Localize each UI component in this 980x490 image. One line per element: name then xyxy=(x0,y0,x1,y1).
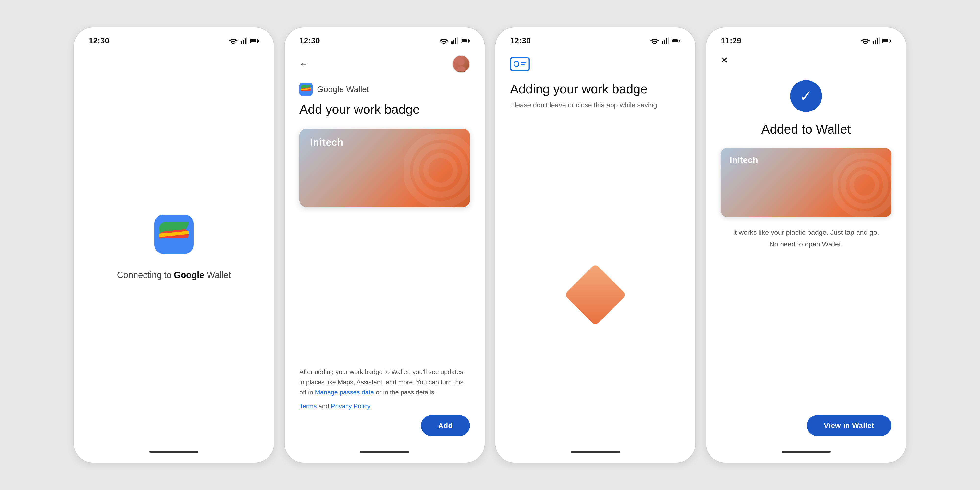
svg-rect-26 xyxy=(668,38,669,45)
added-title: Added to Wallet xyxy=(721,122,891,137)
svg-rect-14 xyxy=(461,40,467,42)
battery-icon-3 xyxy=(672,38,681,43)
svg-rect-8 xyxy=(159,238,189,248)
terms-link[interactable]: Terms xyxy=(299,402,317,410)
signal-icon-2 xyxy=(451,38,458,45)
checkmark-icon: ✓ xyxy=(799,88,813,104)
phone-screen-2: 12:30 ← xyxy=(284,27,485,463)
screen1-content: Connecting to Google Wallet xyxy=(74,48,274,451)
svg-rect-12 xyxy=(457,38,458,45)
add-button[interactable]: Add xyxy=(421,415,470,436)
svg-rect-3 xyxy=(247,38,247,45)
terms-line: Terms and Privacy Policy xyxy=(299,402,470,410)
svg-point-42 xyxy=(843,164,885,206)
badge-card-2: Initech xyxy=(299,129,470,207)
home-bar-3 xyxy=(571,451,620,453)
view-button-row: View in Wallet xyxy=(721,415,891,441)
back-button[interactable]: ← xyxy=(299,59,308,69)
id-card-icon xyxy=(510,55,530,72)
view-in-wallet-button[interactable]: View in Wallet xyxy=(807,415,891,436)
status-time-2: 12:30 xyxy=(299,36,320,45)
phone-screen-3: 12:30 xyxy=(495,27,696,463)
home-bar-2 xyxy=(360,451,409,453)
add-button-row: Add xyxy=(299,415,470,441)
brand-row: Google Wallet xyxy=(299,83,470,96)
wifi-icon-2 xyxy=(439,38,449,45)
success-indicator: ✓ xyxy=(790,80,822,112)
brand-text: Google Wallet xyxy=(317,84,369,94)
svg-point-22 xyxy=(426,156,455,185)
svg-rect-0 xyxy=(240,41,242,45)
svg-point-31 xyxy=(514,62,519,67)
svg-rect-32 xyxy=(521,62,526,63)
badge-card-decoration xyxy=(404,134,470,207)
home-bar-4 xyxy=(781,451,830,453)
disclaimer-text: After adding your work badge to Wallet, … xyxy=(299,367,470,398)
screen2-content: ← Google Wallet Add your work badg xyxy=(285,48,485,451)
svg-rect-5 xyxy=(251,40,256,42)
battery-icon-4 xyxy=(883,38,891,43)
svg-rect-15 xyxy=(469,40,470,41)
phone-screen-4: 11:29 ✕ ✓ Added to Wallet xyxy=(706,27,907,463)
status-bar-1: 12:30 xyxy=(74,27,274,48)
badge-card-4: Initech xyxy=(721,148,891,217)
svg-rect-29 xyxy=(679,40,680,41)
svg-rect-35 xyxy=(875,40,876,45)
svg-point-17 xyxy=(456,67,466,71)
svg-rect-11 xyxy=(455,38,457,45)
status-bar-3: 12:30 xyxy=(495,27,695,48)
added-description: It works like your plastic badge. Just t… xyxy=(721,227,891,250)
wifi-icon xyxy=(229,38,238,45)
svg-rect-19 xyxy=(301,91,311,94)
wallet-logo xyxy=(154,215,194,254)
status-bar-2: 12:30 xyxy=(285,27,485,48)
badge-card-label-2: Initech xyxy=(310,137,344,148)
battery-icon xyxy=(250,38,259,43)
manage-passes-link[interactable]: Manage passes data xyxy=(315,388,374,396)
svg-rect-1 xyxy=(243,40,244,45)
screen3-title: Adding your work badge xyxy=(510,81,648,96)
status-icons-3 xyxy=(650,38,681,45)
svg-rect-9 xyxy=(451,41,452,45)
svg-rect-30 xyxy=(511,57,529,70)
google-wallet-brand-icon xyxy=(299,83,313,96)
status-icons-1 xyxy=(229,38,259,45)
loading-indicator xyxy=(564,263,627,326)
svg-rect-36 xyxy=(877,38,878,45)
badge-card-label-4: Initech xyxy=(730,155,758,165)
connecting-label: Connecting to Google Wallet xyxy=(117,269,231,282)
signal-icon-3 xyxy=(662,38,669,45)
status-time-1: 12:30 xyxy=(89,36,109,45)
status-time-4: 11:29 xyxy=(721,36,741,45)
svg-rect-2 xyxy=(245,38,246,45)
battery-icon-2 xyxy=(461,38,470,43)
signal-icon xyxy=(240,38,247,45)
signal-icon-4 xyxy=(873,38,880,45)
screen2-header: ← xyxy=(299,55,470,73)
home-bar-1 xyxy=(150,451,199,453)
svg-rect-28 xyxy=(672,40,678,42)
svg-rect-37 xyxy=(878,38,880,45)
status-icons-2 xyxy=(439,38,470,45)
status-time-3: 12:30 xyxy=(510,36,531,45)
wifi-icon-3 xyxy=(650,38,659,45)
svg-rect-25 xyxy=(666,38,667,45)
wifi-icon-4 xyxy=(861,38,870,45)
status-bar-4: 11:29 xyxy=(706,27,906,48)
svg-rect-40 xyxy=(890,40,891,41)
status-icons-4 xyxy=(861,38,891,45)
svg-rect-10 xyxy=(453,40,455,45)
svg-rect-34 xyxy=(873,41,874,45)
badge-card-decoration-4 xyxy=(832,153,891,217)
svg-rect-6 xyxy=(258,40,259,41)
screen3-content: Adding your work badge Please don't leav… xyxy=(495,48,695,451)
svg-rect-24 xyxy=(664,40,665,45)
svg-rect-39 xyxy=(883,40,888,42)
privacy-policy-link[interactable]: Privacy Policy xyxy=(331,402,371,410)
screen4-content: ✕ ✓ Added to Wallet Initech It works lik… xyxy=(706,48,906,451)
user-avatar[interactable] xyxy=(452,55,470,73)
svg-point-43 xyxy=(852,172,877,198)
close-button[interactable]: ✕ xyxy=(721,55,891,65)
phone-screen-1: 12:30 xyxy=(73,27,274,463)
svg-rect-23 xyxy=(662,41,663,45)
